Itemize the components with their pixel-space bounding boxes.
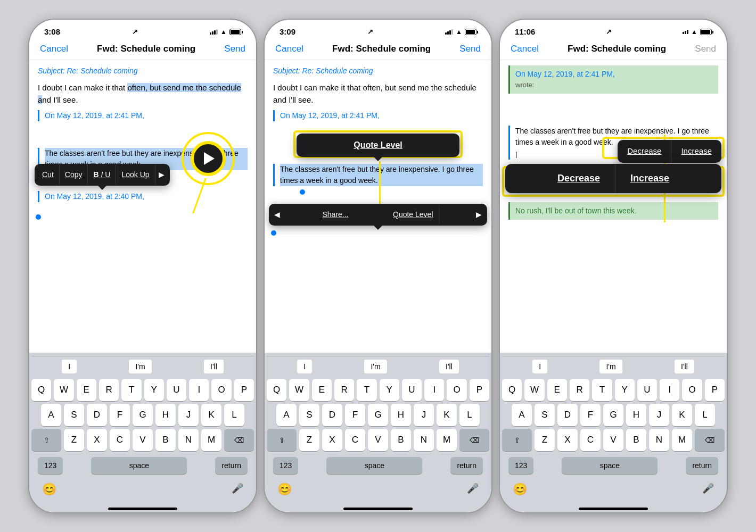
decrease-top-3[interactable]: Decrease (618, 140, 671, 163)
key-h-2[interactable]: H (391, 404, 411, 426)
key-i-3[interactable]: I (660, 379, 679, 401)
key-p-2[interactable]: P (470, 379, 489, 401)
key-o-3[interactable]: O (682, 379, 702, 401)
emoji-btn-3[interactable]: 😊 (511, 480, 529, 498)
more-arrow-1[interactable]: ▶ (155, 165, 168, 185)
key-s-2[interactable]: S (299, 404, 319, 426)
key-delete-2[interactable]: ⌫ (459, 429, 489, 451)
cancel-button-1[interactable]: Cancel (40, 44, 68, 54)
key-q-2[interactable]: Q (267, 379, 286, 401)
lookup-item-1[interactable]: Look Up (116, 165, 155, 185)
share-item-2[interactable]: Share... (317, 205, 354, 225)
key-x-2[interactable]: X (322, 429, 342, 451)
key-c-2[interactable]: C (345, 429, 365, 451)
key-r-1[interactable]: R (99, 379, 119, 401)
key-l-2[interactable]: L (459, 404, 480, 426)
suggest-i-1[interactable]: I (62, 360, 77, 373)
key-m-2[interactable]: M (437, 429, 457, 451)
key-k-2[interactable]: K (437, 404, 457, 426)
key-123-2[interactable]: 123 (273, 457, 298, 474)
key-space-2[interactable]: space (326, 457, 422, 474)
key-p-3[interactable]: P (705, 379, 725, 401)
key-z-1[interactable]: Z (64, 429, 84, 451)
suggest-i-2[interactable]: I (297, 360, 312, 373)
key-f-1[interactable]: F (110, 404, 130, 426)
key-g-1[interactable]: G (133, 404, 153, 426)
key-d-3[interactable]: D (557, 404, 578, 426)
key-w-3[interactable]: W (524, 379, 544, 401)
key-delete-3[interactable]: ⌫ (695, 429, 725, 451)
key-g-2[interactable]: G (368, 404, 388, 426)
key-o-2[interactable]: O (447, 379, 466, 401)
key-e-1[interactable]: E (77, 379, 96, 401)
key-v-2[interactable]: V (368, 429, 388, 451)
key-t-3[interactable]: T (592, 379, 612, 401)
key-q-3[interactable]: Q (502, 379, 522, 401)
key-y-1[interactable]: Y (144, 379, 164, 401)
mic-btn-1[interactable]: 🎤 (229, 480, 245, 498)
suggest-ill-3[interactable]: I'll (675, 360, 694, 373)
key-i-2[interactable]: I (424, 379, 444, 401)
key-shift-1[interactable]: ⇧ (31, 429, 61, 451)
key-h-1[interactable]: H (155, 404, 176, 426)
key-r-3[interactable]: R (570, 379, 589, 401)
mic-btn-3[interactable]: 🎤 (700, 480, 716, 498)
suggest-im-2[interactable]: I'm (364, 360, 387, 373)
key-l-1[interactable]: L (224, 404, 244, 426)
key-k-1[interactable]: K (201, 404, 221, 426)
key-v-3[interactable]: V (603, 429, 623, 451)
quote-level-item-2[interactable]: Quote Level (388, 205, 439, 225)
emoji-btn-2[interactable]: 😊 (275, 480, 294, 498)
key-e-3[interactable]: E (547, 379, 567, 401)
key-s-1[interactable]: S (64, 404, 84, 426)
key-return-2[interactable]: return (450, 457, 483, 474)
key-c-1[interactable]: C (110, 429, 130, 451)
key-q-1[interactable]: Q (31, 379, 51, 401)
key-t-2[interactable]: T (357, 379, 376, 401)
key-j-2[interactable]: J (414, 404, 434, 426)
key-f-2[interactable]: F (345, 404, 365, 426)
key-z-3[interactable]: Z (535, 429, 555, 451)
key-y-2[interactable]: Y (380, 379, 399, 401)
key-123-1[interactable]: 123 (38, 457, 63, 474)
key-delete-1[interactable]: ⌫ (224, 429, 254, 451)
right-arrow-2[interactable]: ▶ (473, 205, 485, 225)
key-b-2[interactable]: B (391, 429, 411, 451)
cut-item-1[interactable]: Cut (37, 165, 60, 185)
copy-item-1[interactable]: Copy (60, 165, 88, 185)
key-m-3[interactable]: M (672, 429, 692, 451)
key-n-1[interactable]: N (178, 429, 199, 451)
mic-btn-2[interactable]: 🎤 (465, 480, 481, 498)
key-space-3[interactable]: space (562, 457, 658, 474)
key-t-1[interactable]: T (121, 379, 141, 401)
key-n-2[interactable]: N (414, 429, 434, 451)
emoji-btn-1[interactable]: 😊 (40, 480, 59, 498)
key-p-1[interactable]: P (234, 379, 254, 401)
key-x-1[interactable]: X (87, 429, 107, 451)
left-arrow-2[interactable]: ◀ (271, 205, 283, 225)
key-w-2[interactable]: W (289, 379, 309, 401)
key-123-3[interactable]: 123 (508, 457, 533, 474)
key-u-1[interactable]: U (167, 379, 186, 401)
key-return-1[interactable]: return (215, 457, 248, 474)
suggest-ill-2[interactable]: I'll (439, 360, 459, 373)
key-o-1[interactable]: O (211, 379, 231, 401)
quote-level-label-2[interactable]: Quote Level (354, 140, 402, 149)
key-x-3[interactable]: X (557, 429, 578, 451)
cancel-button-3[interactable]: Cancel (511, 44, 539, 54)
key-r-2[interactable]: R (334, 379, 354, 401)
key-a-1[interactable]: A (41, 404, 61, 426)
key-h-3[interactable]: H (626, 404, 646, 426)
key-a-2[interactable]: A (276, 404, 297, 426)
decrease-bottom-3[interactable]: Decrease (543, 164, 615, 193)
key-e-2[interactable]: E (312, 379, 332, 401)
key-g-3[interactable]: G (603, 404, 623, 426)
key-b-3[interactable]: B (626, 429, 646, 451)
key-v-1[interactable]: V (133, 429, 153, 451)
key-z-2[interactable]: Z (299, 429, 319, 451)
biu-item-1[interactable]: B I U (88, 165, 116, 185)
key-shift-2[interactable]: ⇧ (267, 429, 297, 451)
key-k-3[interactable]: K (672, 404, 692, 426)
key-j-1[interactable]: J (178, 404, 199, 426)
increase-top-3[interactable]: Increase (671, 140, 721, 163)
